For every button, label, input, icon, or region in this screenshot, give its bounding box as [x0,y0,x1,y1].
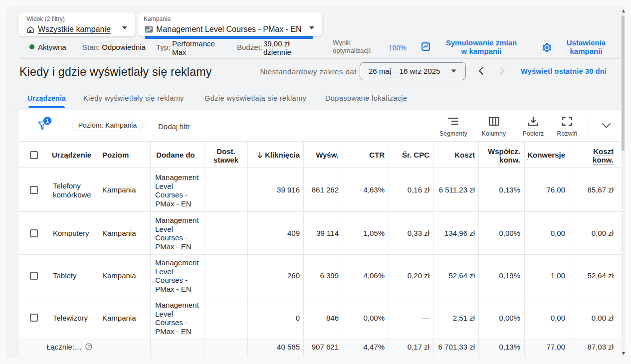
svg-text:?: ? [87,344,90,349]
svg-text:1: 1 [46,118,49,124]
